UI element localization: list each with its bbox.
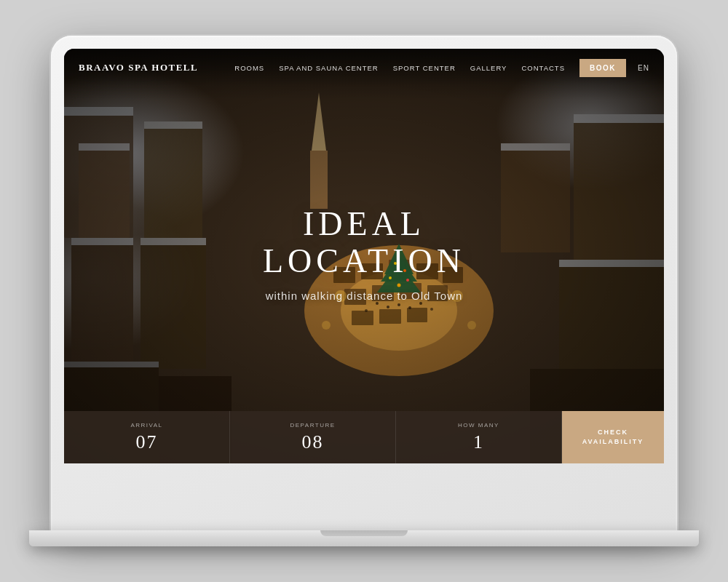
laptop-body: BRAAVO SPA HOTELL ROOMS SPA AND SAUNA CE… <box>51 36 677 546</box>
svg-rect-11 <box>144 121 202 129</box>
svg-point-45 <box>387 306 389 308</box>
svg-rect-7 <box>71 238 133 245</box>
svg-rect-21 <box>501 143 570 151</box>
svg-point-54 <box>467 321 476 330</box>
svg-rect-18 <box>559 260 664 405</box>
svg-point-48 <box>419 302 422 305</box>
navbar: BRAAVO SPA HOTELL ROOMS SPA AND SAUNA CE… <box>64 49 664 87</box>
booking-bar: ARRIVAL 07 DEPARTURE 08 HOW MANY 1 CHECK… <box>64 411 664 463</box>
svg-rect-34 <box>379 309 401 324</box>
svg-rect-15 <box>310 151 328 209</box>
brand-name[interactable]: BRAAVO SPA HOTELL <box>79 62 198 73</box>
svg-rect-5 <box>64 107 133 116</box>
svg-point-53 <box>322 321 331 330</box>
svg-rect-10 <box>144 121 202 238</box>
laptop-screen-frame: BRAAVO SPA HOTELL ROOMS SPA AND SAUNA CE… <box>51 36 677 530</box>
svg-marker-14 <box>312 92 326 151</box>
howmany-value: 1 <box>473 431 484 453</box>
nav-links: ROOMS SPA AND SAUNA CENTER SPORT CENTER … <box>220 64 579 72</box>
hero-content: IDEAL LOCATION within walking distance t… <box>214 206 514 302</box>
nav-contacts[interactable]: CONTACTS <box>521 64 565 72</box>
howmany-label: HOW MANY <box>458 422 499 428</box>
screen-bezel: BRAAVO SPA HOTELL ROOMS SPA AND SAUNA CE… <box>64 49 664 463</box>
arrival-field[interactable]: ARRIVAL 07 <box>64 411 230 463</box>
howmany-field[interactable]: HOW MANY 1 <box>396 411 562 463</box>
departure-value: 08 <box>302 431 324 453</box>
nav-spa[interactable]: SPA AND SAUNA CENTER <box>279 64 379 72</box>
arrival-label: ARRIVAL <box>130 422 162 428</box>
svg-point-49 <box>365 309 368 312</box>
svg-rect-9 <box>79 143 130 151</box>
language-selector[interactable]: EN <box>638 64 649 72</box>
laptop-base <box>29 530 699 546</box>
svg-rect-56 <box>64 362 159 367</box>
svg-rect-4 <box>64 107 133 238</box>
check-availability-label: CHECKAVAILABILITY <box>582 428 644 446</box>
nav-gallery[interactable]: GALLERY <box>470 64 507 72</box>
svg-rect-6 <box>71 238 133 383</box>
svg-rect-8 <box>79 143 130 238</box>
svg-rect-16 <box>574 114 664 260</box>
departure-label: DEPARTURE <box>290 422 335 428</box>
svg-point-47 <box>408 306 411 309</box>
svg-rect-33 <box>352 311 373 325</box>
svg-point-46 <box>397 303 400 306</box>
svg-rect-19 <box>559 260 664 267</box>
hero-title: IDEAL LOCATION <box>214 206 514 279</box>
hero-subtitle: within walking distance to Old Town <box>214 290 514 302</box>
book-button[interactable]: BOOK <box>579 59 626 77</box>
svg-rect-12 <box>141 238 206 369</box>
svg-rect-13 <box>141 238 206 245</box>
svg-point-44 <box>376 302 379 305</box>
svg-point-50 <box>430 308 433 311</box>
svg-rect-35 <box>407 308 427 322</box>
nav-sport[interactable]: SPORT CENTER <box>393 64 456 72</box>
nav-rooms[interactable]: ROOMS <box>234 64 264 72</box>
arrival-value: 07 <box>136 431 158 453</box>
website: BRAAVO SPA HOTELL ROOMS SPA AND SAUNA CE… <box>64 49 664 463</box>
check-availability-button[interactable]: CHECKAVAILABILITY <box>562 411 664 463</box>
svg-rect-17 <box>574 114 664 123</box>
departure-field[interactable]: DEPARTURE 08 <box>230 411 396 463</box>
